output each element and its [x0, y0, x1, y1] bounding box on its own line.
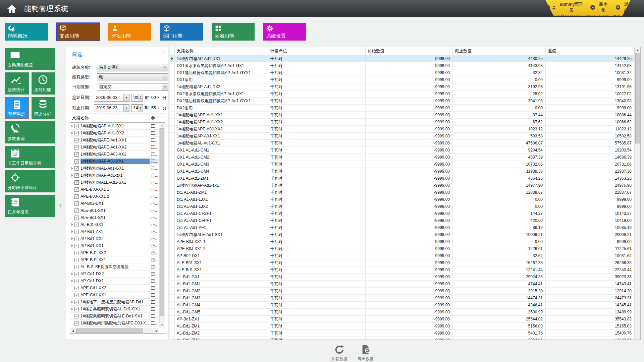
nav-tab-5[interactable]: 区域用能	[212, 23, 255, 41]
energy-type-select[interactable]: 电 ▼	[97, 73, 168, 81]
start-minute-value[interactable]: 00	[150, 95, 157, 100]
chevron-down-icon[interactable]: ▼	[162, 64, 168, 71]
nav-tab-4[interactable]: 部门用能	[160, 23, 203, 41]
tree-row[interactable]: ✓ 1#楼配电箱AP-Ad1-DX2 正...	[70, 130, 159, 137]
filter-options-icon[interactable]	[161, 51, 165, 53]
tree-row[interactable]: ✓ ALE-B01-SX1 正...	[70, 207, 159, 214]
logout-label[interactable]: 退出	[622, 1, 631, 13]
scroll-up-icon[interactable]: ▲	[159, 123, 165, 128]
end-date-picker[interactable]: 2019-06-23 ▼	[94, 104, 129, 112]
nav-tab-1[interactable]: 能耗概况	[5, 23, 48, 41]
table-row[interactable]: GX1 AL-Ad1-GM1 千瓦时 -9999.00 9204.54 1920…	[170, 147, 635, 154]
tree-row[interactable]: ✓ APE-Cd1-XX2 正...	[70, 285, 159, 292]
checkbox[interactable]: ✓	[74, 307, 79, 311]
tree-row[interactable]: ✓ AP-Bd1-ZX1 正...	[70, 228, 159, 235]
tree-row[interactable]: ✓ AP-B02-DX1 正...	[70, 200, 159, 207]
tree-row[interactable]: ✓ AP-Bd1-DX1 正...	[70, 242, 159, 249]
expander-icon[interactable]	[70, 273, 74, 275]
tree-row[interactable]: ✓ 1#楼配电箱AP-Ad1-DX1 正...	[70, 123, 159, 130]
checkbox[interactable]: ✓	[74, 173, 79, 178]
scrollbar-thumb[interactable]	[160, 128, 164, 316]
table-row[interactable]: AL-Bd1-GM3 千瓦时 -9999.00 14474.31 24473.3…	[170, 295, 635, 302]
tree-row[interactable]: ✓ AL-Bd1-GX1 正...	[70, 221, 159, 228]
tree-row[interactable]: ✓ APE-B0J-XX1 2 正...	[70, 193, 159, 200]
table-row[interactable]: 1#楼配电箱AP-Ad1-DX2 千瓦时 -9999.00 3192.96 13…	[170, 83, 635, 90]
chevron-down-icon[interactable]: ▼	[157, 95, 160, 100]
table-row[interactable]: AL-Bd1-GM1 千瓦时 -9999.00 4744.41 14743.41	[170, 281, 635, 288]
table-vertical-scrollbar[interactable]: ▲	[635, 47, 640, 340]
nav-tab-3[interactable]: 分项用能	[108, 23, 151, 41]
expander-icon[interactable]	[70, 280, 74, 282]
checkbox[interactable]: ✓	[74, 279, 79, 283]
checkbox[interactable]: ✓	[74, 272, 79, 276]
table-row[interactable]: 1#楼配电箱AL-Ad1-GX1 千瓦时 -9999.00 47586.87 5…	[170, 140, 635, 147]
checkbox[interactable]: ✓	[74, 166, 79, 171]
tree-row[interactable]: ✓ 1#楼公共照明双切箱AL-Dd1-GX1 正...	[70, 306, 159, 313]
table-row[interactable]: DX1隔油机房双电源切换箱AP-Ad1-GYX1 千瓦时 -9999.00 32…	[170, 69, 635, 76]
chevron-down-icon[interactable]: ▼	[123, 94, 129, 101]
checkbox[interactable]: ✓	[74, 194, 79, 199]
tree-row[interactable]: ✓ AP-Bd1-DX2 正...	[70, 235, 159, 242]
scroll-up-icon[interactable]: ▲	[635, 47, 640, 53]
tree-row[interactable]: ✓ AL-Bd1-SF制服库空调电源 正...	[70, 263, 159, 270]
table-row[interactable]: GX1 AL-Ad1-ZM1 千瓦时 -9999.00 4364.25 1436…	[170, 175, 635, 182]
checkbox[interactable]: ✓	[74, 286, 79, 290]
tree-row[interactable]: ✓ 1#楼配电箱APE-Ad1-XX2 正...	[70, 144, 159, 151]
table-row[interactable]: GX1 AL-Ad1-GM3 千瓦时 -9999.00 10732.86 207…	[170, 161, 635, 168]
table-row[interactable]: zx1 AL-Ad1-LJX1 千瓦时 -9999.00 0.00 9999.0…	[170, 196, 635, 203]
table-row[interactable]: AL-Bd1-ZM2 千瓦时 -9999.00 5401.76 15400.76	[170, 330, 635, 337]
checkbox[interactable]: ✓	[74, 145, 79, 149]
info-icon[interactable]: i	[545, 5, 550, 10]
checkbox[interactable]: ✓	[74, 138, 79, 142]
tree-vertical-scrollbar[interactable]: ▲ ▼	[159, 123, 165, 328]
checkbox[interactable]: ✓	[74, 300, 79, 304]
checkbox[interactable]: ✓	[74, 265, 79, 269]
table-row[interactable]: ALE-B01-SX1 千瓦时 -9999.00 16267.35 26266.…	[170, 259, 635, 266]
table-row[interactable]: zx1 AL-Ad1-CFSF1 千瓦时 -9999.00 144.27 101…	[170, 210, 635, 217]
tree-row[interactable]: ✓ 1#楼配电箱APE-Ad1-XX1 正...	[70, 137, 159, 144]
minimize-label[interactable]: 最小化	[597, 1, 609, 13]
checkbox[interactable]: ✓	[74, 201, 79, 206]
chevron-down-icon[interactable]: ▼	[123, 105, 129, 112]
load-data-button[interactable]: 加载数据	[331, 345, 347, 362]
tree-row[interactable]: ✓ 1#楼地下一层楼层总配电箱AP-Dd1-... 正...	[70, 299, 159, 306]
scroll-left-icon[interactable]: ◀	[70, 328, 75, 334]
export-data-button[interactable]: 导出数据	[358, 345, 374, 362]
date-range-select[interactable]: 自定义 ▼	[97, 83, 168, 91]
tree-row[interactable]: ✓ APE-Cd1-XX1 正...	[70, 292, 159, 299]
table-row[interactable]: GX1 AL-Ad1-GM2 千瓦时 -9999.00 4687.39 1468…	[170, 154, 635, 161]
table-row[interactable]: APE-B0J-XX1 2 千瓦时 -9999.00 1226.61 11225…	[170, 245, 635, 252]
table-row[interactable]: AP-Bd1-ZX1 千瓦时 -9999.00 25544.82 35543.8…	[170, 316, 635, 323]
nav-tab-2[interactable]: 支路用能	[57, 23, 100, 41]
sidebar-item-5[interactable]: 同比分析	[32, 97, 55, 119]
checkbox[interactable]: ✓	[74, 230, 79, 234]
checkbox[interactable]: ✓	[74, 321, 79, 325]
table-row[interactable]: 1#楼配电箱APE-Ad1-XX2 千瓦时 -9999.00 67.62 100…	[170, 119, 635, 126]
checkbox[interactable]: ✓	[74, 244, 79, 248]
expander-icon[interactable]	[70, 223, 74, 226]
sidebar-item-1[interactable]: 支路用能概况	[5, 48, 55, 70]
tree-row[interactable]: ✓ 1#楼配电箱AP-A0J-XX1 正...	[70, 158, 159, 165]
checkbox[interactable]: ✓	[74, 251, 79, 255]
tree-row[interactable]: ✓ 1#楼配电箱APE-A0J-XX2 正...	[70, 151, 159, 158]
end-hour-spinner[interactable]: 14 ▲▼	[131, 104, 143, 112]
tree-row[interactable]: ✓ 1#楼配电间消防配电总箱APE-D0J-X... 正...	[70, 320, 159, 327]
sidebar-item-7[interactable]: 12 非工作日用能分析	[5, 146, 55, 168]
scrollbar-thumb[interactable]	[635, 53, 640, 143]
expander-icon[interactable]	[70, 237, 74, 240]
expander-icon[interactable]	[70, 301, 74, 303]
checkbox[interactable]: ✓	[74, 131, 79, 135]
logout-icon[interactable]: ✕	[616, 5, 621, 10]
expander-icon[interactable]	[70, 244, 74, 247]
sidebar-item-3[interactable]: 逐时用能	[32, 72, 55, 95]
table-row[interactable]: zx1 AL-Ad1-PF1 千瓦时 -9999.00 86.19 10085.…	[170, 224, 635, 231]
tree-row[interactable]: ✓ APE-Bd1-XX1 正...	[70, 256, 159, 263]
tree-row[interactable]: ✓ APE-Bd1-XX2 正...	[70, 249, 159, 256]
table-row[interactable]: AL-Bd1-ZM1 千瓦时 -9999.00 5156.03 15155.03	[170, 323, 635, 330]
table-row[interactable]: 1#楼配电箱APE-A0J-XX2 千瓦时 -9999.00 1023.12 1…	[170, 126, 635, 133]
end-minute-value[interactable]: 55	[150, 106, 157, 110]
building-select[interactable]: 马儿岛酒店 ▼	[97, 64, 168, 71]
table-row[interactable]: DX2潜水泵双电源切换箱AP-Ad1-QX1 千瓦时 -9999.00 28.0…	[170, 90, 635, 98]
spinner-arrows-icon[interactable]: ▲▼	[138, 105, 143, 112]
checkbox[interactable]: ✓	[74, 180, 79, 185]
